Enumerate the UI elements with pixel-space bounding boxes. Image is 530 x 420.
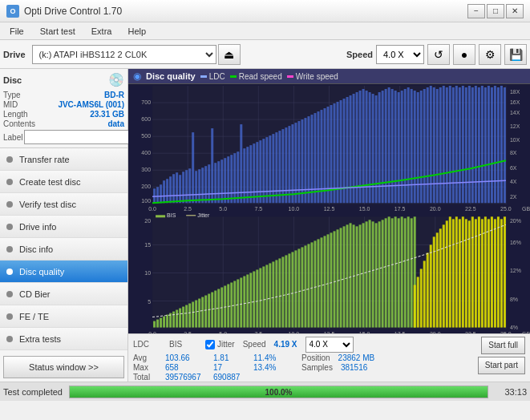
nav-dot-active bbox=[6, 269, 13, 275]
nav-dot bbox=[6, 179, 13, 185]
svg-rect-69 bbox=[265, 137, 268, 203]
disc-label-input[interactable] bbox=[24, 130, 131, 144]
svg-rect-290 bbox=[494, 219, 496, 327]
svg-rect-141 bbox=[497, 87, 500, 203]
nav-disc-info[interactable]: Disc info bbox=[0, 238, 127, 260]
svg-rect-251 bbox=[372, 221, 374, 327]
svg-rect-284 bbox=[475, 219, 477, 327]
svg-rect-234 bbox=[317, 239, 319, 327]
total-row-label: Total bbox=[133, 373, 157, 382]
nav-cd-bier-label: CD Bier bbox=[19, 289, 51, 299]
start-full-button[interactable]: Start full bbox=[481, 337, 525, 354]
stats-area: LDC BIS Jitter Speed 4.19 X 4.0 X A bbox=[128, 333, 530, 382]
avg-jitter: 11.4% bbox=[253, 353, 293, 362]
svg-text:20: 20 bbox=[144, 218, 151, 224]
legend-write: Write speed bbox=[287, 72, 338, 81]
svg-rect-208 bbox=[233, 281, 236, 327]
svg-rect-225 bbox=[288, 253, 290, 327]
burn-button[interactable]: ● bbox=[453, 44, 475, 65]
svg-rect-118 bbox=[423, 89, 426, 203]
nav-create-test-disc-label: Create test disc bbox=[19, 177, 80, 187]
svg-rect-213 bbox=[249, 273, 252, 327]
svg-rect-123 bbox=[439, 87, 442, 203]
nav-disc-quality[interactable]: Disc quality bbox=[0, 260, 127, 283]
svg-rect-291 bbox=[497, 216, 500, 327]
menu-bar: File Start test Extra Help bbox=[0, 22, 530, 40]
svg-rect-250 bbox=[369, 220, 371, 327]
svg-rect-235 bbox=[320, 237, 322, 327]
svg-rect-111 bbox=[401, 91, 403, 203]
nav-fe-te[interactable]: FE / TE bbox=[0, 305, 127, 328]
legend-write-dot bbox=[287, 75, 293, 78]
svg-rect-56 bbox=[224, 158, 226, 203]
drive-combo[interactable]: (k:) ATAPI iHBS112 2 CL0K bbox=[32, 45, 216, 64]
settings-button[interactable]: ⚙ bbox=[479, 44, 501, 65]
svg-rect-128 bbox=[455, 86, 458, 203]
svg-rect-53 bbox=[214, 163, 216, 203]
nav-extra-tests[interactable]: Extra tests bbox=[0, 328, 127, 350]
nav-cd-bier[interactable]: CD Bier bbox=[0, 283, 127, 305]
nav-verify-test-disc[interactable]: Verify test disc bbox=[0, 193, 127, 216]
svg-text:500: 500 bbox=[141, 133, 151, 139]
svg-text:17.5: 17.5 bbox=[394, 206, 406, 212]
svg-rect-54 bbox=[217, 161, 220, 203]
menu-file[interactable]: File bbox=[3, 25, 30, 38]
disc-length-label: Length bbox=[3, 110, 28, 119]
status-window-button[interactable]: Status window >> bbox=[3, 356, 124, 378]
disc-mid-label: MID bbox=[3, 100, 18, 109]
svg-rect-252 bbox=[375, 223, 378, 327]
svg-rect-238 bbox=[330, 232, 333, 327]
svg-rect-79 bbox=[297, 121, 300, 203]
nav-transfer-rate[interactable]: Transfer rate bbox=[0, 148, 127, 171]
disc-label-label: Label bbox=[3, 133, 22, 142]
samples-value: 381516 bbox=[341, 363, 367, 372]
maximize-button[interactable]: □ bbox=[487, 4, 504, 18]
svg-text:22.5: 22.5 bbox=[465, 206, 476, 212]
eject-button[interactable]: ⏏ bbox=[218, 44, 241, 65]
disc-info-panel: Disc 💿 Type BD-R MID JVC-AMS6L (001) Len… bbox=[0, 69, 127, 148]
svg-rect-39 bbox=[169, 176, 172, 203]
menu-start-test[interactable]: Start test bbox=[34, 25, 82, 38]
menu-extra[interactable]: Extra bbox=[85, 25, 119, 38]
svg-rect-48 bbox=[198, 169, 200, 203]
disc-type-row: Type BD-R bbox=[3, 91, 124, 99]
title-bar: O Opti Drive Control 1.70 − □ ✕ bbox=[0, 0, 530, 22]
svg-rect-237 bbox=[326, 234, 329, 327]
svg-rect-198 bbox=[201, 297, 204, 328]
nav-drive-info[interactable]: Drive info bbox=[0, 216, 127, 238]
svg-rect-278 bbox=[455, 216, 458, 327]
svg-rect-282 bbox=[468, 220, 471, 327]
start-part-button[interactable]: Start part bbox=[478, 357, 525, 374]
refresh-button[interactable]: ↺ bbox=[427, 44, 450, 65]
menu-help[interactable]: Help bbox=[121, 25, 152, 38]
speed-stat-combo[interactable]: 4.0 X bbox=[305, 337, 354, 353]
svg-text:16X: 16X bbox=[510, 99, 520, 105]
minimize-button[interactable]: − bbox=[467, 4, 485, 18]
jitter-checkbox[interactable] bbox=[205, 340, 215, 349]
svg-rect-186 bbox=[163, 317, 165, 328]
svg-rect-187 bbox=[166, 315, 168, 328]
ldc-col-header: LDC bbox=[133, 340, 161, 349]
nav-create-test-disc[interactable]: Create test disc bbox=[0, 171, 127, 193]
svg-text:25.0: 25.0 bbox=[500, 206, 512, 212]
svg-rect-129 bbox=[459, 87, 461, 203]
close-button[interactable]: ✕ bbox=[506, 4, 524, 18]
svg-rect-210 bbox=[240, 277, 242, 327]
svg-rect-215 bbox=[256, 269, 258, 327]
svg-rect-223 bbox=[281, 256, 284, 327]
svg-rect-119 bbox=[427, 87, 429, 203]
nav-dot bbox=[6, 336, 13, 342]
svg-rect-233 bbox=[314, 240, 316, 327]
legend-ldc-label: LDC bbox=[209, 72, 225, 81]
save-button[interactable]: 💾 bbox=[504, 44, 527, 65]
svg-rect-200 bbox=[208, 294, 210, 328]
svg-rect-77 bbox=[291, 124, 293, 203]
svg-rect-190 bbox=[176, 310, 178, 328]
speed-combo[interactable]: 4.0 X bbox=[376, 45, 424, 64]
disc-contents-value: data bbox=[107, 119, 124, 128]
svg-rect-76 bbox=[288, 126, 290, 203]
bis-col-header: BIS bbox=[169, 340, 197, 349]
svg-rect-253 bbox=[378, 221, 381, 327]
svg-rect-120 bbox=[430, 86, 432, 203]
svg-rect-257 bbox=[391, 218, 394, 327]
